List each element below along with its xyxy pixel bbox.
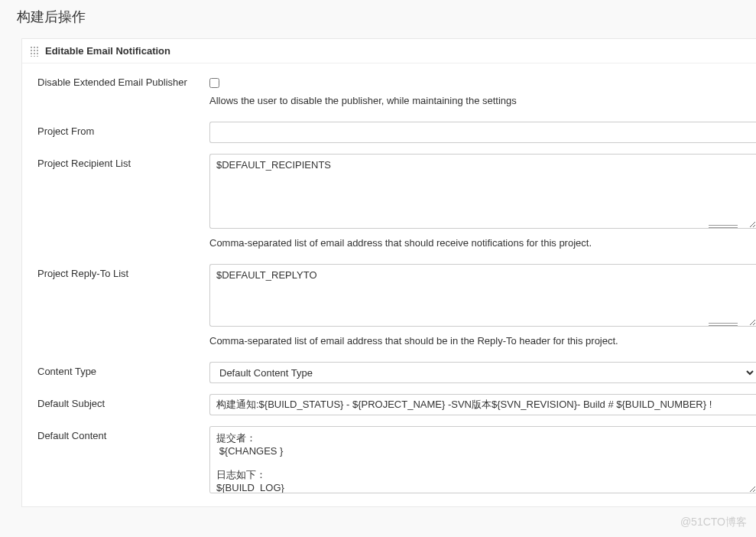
help-recipient-list: Comma-separated list of email address th… bbox=[209, 237, 756, 249]
row-recipient-list: Project Recipient List Comma-separated l… bbox=[37, 154, 756, 259]
row-default-content: Default Content bbox=[37, 426, 756, 496]
label-replyto-list: Project Reply-To List bbox=[37, 264, 209, 279]
page-title: 构建后操作 bbox=[0, 0, 756, 38]
help-replyto-list: Comma-separated list of email address th… bbox=[209, 335, 756, 347]
label-content-type: Content Type bbox=[37, 362, 209, 377]
label-recipient-list: Project Recipient List bbox=[37, 154, 209, 169]
watermark: @51CTO博客 bbox=[680, 516, 747, 529]
textarea-replyto-list[interactable] bbox=[209, 264, 756, 327]
label-project-from: Project From bbox=[37, 122, 209, 137]
textarea-recipient-list[interactable] bbox=[209, 154, 756, 229]
input-project-from[interactable] bbox=[209, 122, 756, 143]
help-disable-publisher: Allows the user to disable the publisher… bbox=[209, 95, 756, 106]
row-replyto-list: Project Reply-To List Comma-separated li… bbox=[37, 264, 756, 357]
select-content-type[interactable]: Default Content Type bbox=[209, 362, 756, 383]
row-disable-publisher: Disable Extended Email Publisher Allows … bbox=[37, 73, 756, 117]
row-content-type: Content Type Default Content Type bbox=[37, 362, 756, 383]
label-default-content: Default Content bbox=[37, 426, 209, 441]
email-notification-section: Editable Email Notification Disable Exte… bbox=[21, 38, 756, 507]
textarea-default-content[interactable] bbox=[209, 426, 756, 493]
label-disable-publisher: Disable Extended Email Publisher bbox=[37, 73, 209, 88]
label-default-subject: Default Subject bbox=[37, 394, 209, 409]
drag-handle-icon[interactable] bbox=[30, 46, 39, 57]
section-header: Editable Email Notification bbox=[22, 39, 756, 63]
section-title: Editable Email Notification bbox=[45, 45, 170, 57]
row-default-subject: Default Subject bbox=[37, 394, 756, 415]
checkbox-disable-publisher[interactable] bbox=[209, 78, 219, 88]
input-default-subject[interactable] bbox=[209, 394, 756, 415]
form-body: Disable Extended Email Publisher Allows … bbox=[22, 63, 756, 506]
row-project-from: Project From bbox=[37, 122, 756, 143]
